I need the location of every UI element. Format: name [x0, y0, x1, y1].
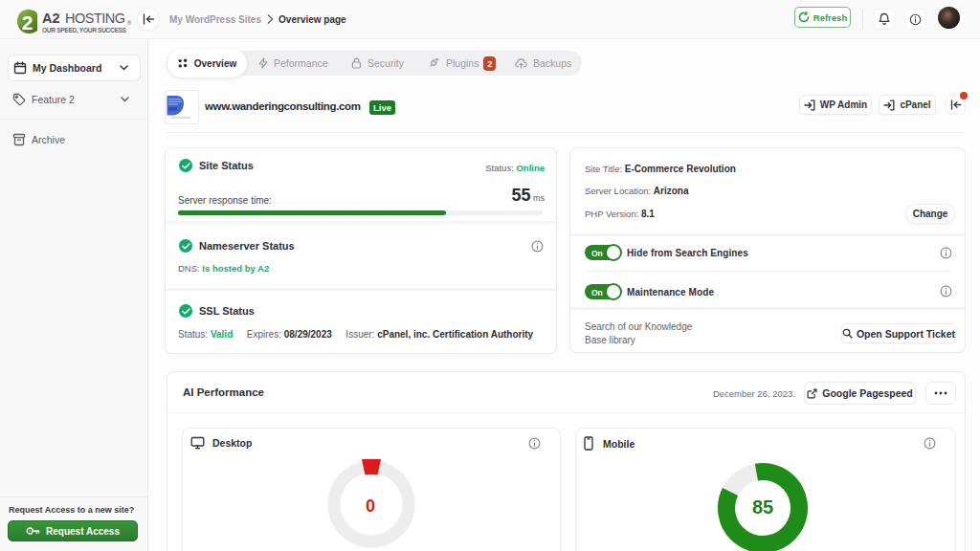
svg-text:85: 85 — [752, 496, 773, 518]
svg-text:OUR SPEED, YOUR SUCCESS: OUR SPEED, YOUR SUCCESS — [42, 27, 127, 34]
svg-text:0: 0 — [366, 496, 375, 516]
svg-text:®: ® — [127, 20, 131, 26]
svg-text:HOSTING: HOSTING — [65, 11, 125, 26]
svg-text:A2: A2 — [42, 11, 60, 26]
svg-text:2: 2 — [22, 11, 33, 33]
